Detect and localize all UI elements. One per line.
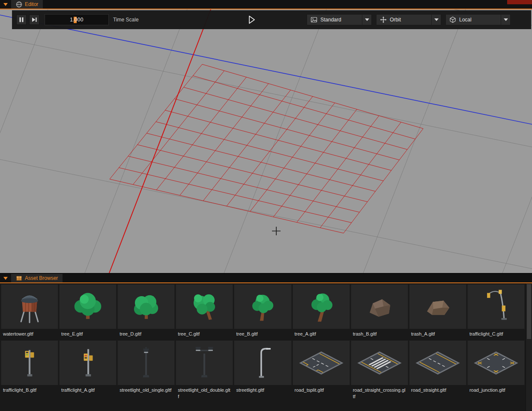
asset-label: road_straight_crossing.gltf bbox=[351, 385, 408, 402]
asset-label: road_junction.gltf bbox=[467, 385, 525, 396]
tree_e-thumbnail bbox=[59, 284, 117, 329]
cube-icon bbox=[449, 16, 456, 23]
pause-button[interactable] bbox=[16, 15, 27, 25]
asset-tile[interactable]: road_straight.gltf bbox=[409, 340, 466, 402]
asset-tile[interactable]: streetlight.gltf bbox=[234, 340, 291, 402]
trafficlight_b-thumbnail bbox=[1, 340, 58, 385]
trafficlight_c-thumbnail bbox=[467, 284, 525, 329]
asset-label: tree_A.gltf bbox=[293, 329, 350, 339]
asset-tile[interactable]: streetlight_old_single.gltf bbox=[117, 340, 175, 402]
render-mode-value: Standard bbox=[320, 17, 359, 23]
viewport-grid bbox=[0, 9, 532, 273]
asset-tile[interactable]: trafficlight_A.gltf bbox=[59, 340, 117, 402]
streetlight_old_double-thumbnail bbox=[176, 340, 233, 385]
chevron-down-icon bbox=[3, 277, 8, 280]
move-icon bbox=[380, 16, 387, 23]
chevron-down-icon bbox=[431, 15, 441, 25]
scrollbar-thumb[interactable] bbox=[527, 284, 531, 339]
asset-grid: watertower.gltftree_E.gltftree_D.gltftre… bbox=[0, 283, 532, 402]
pause-icon bbox=[18, 17, 24, 23]
viewport-dropdowns: Standard Orbit Local bbox=[307, 14, 511, 25]
road_junction-thumbnail bbox=[467, 340, 525, 385]
chevron-down-icon bbox=[501, 15, 510, 25]
red-status-strip bbox=[507, 0, 532, 4]
road_crossing-thumbnail bbox=[351, 340, 408, 385]
editor-window: Editor 1.000 Time Scale bbox=[0, 0, 532, 411]
asset-tile[interactable]: tree_B.gltf bbox=[234, 284, 291, 339]
tree_b-thumbnail bbox=[234, 284, 291, 329]
asset-label: tree_B.gltf bbox=[234, 329, 291, 339]
chevron-down-icon bbox=[3, 3, 8, 6]
panel-menu-button[interactable] bbox=[0, 274, 11, 282]
step-forward-icon bbox=[31, 17, 37, 23]
road_tsplit-thumbnail bbox=[293, 340, 350, 385]
viewport-toolbar: 1.000 Time Scale Standard O bbox=[12, 10, 531, 29]
scene-viewport[interactable]: 1.000 Time Scale Standard O bbox=[0, 9, 532, 273]
tree_d-thumbnail bbox=[117, 284, 175, 329]
asset-label: road_straight.gltf bbox=[409, 385, 466, 396]
asset-tile[interactable]: trafficlight_C.gltf bbox=[467, 284, 525, 339]
asset-tile[interactable]: trash_B.gltf bbox=[351, 284, 408, 339]
asset-label: trash_B.gltf bbox=[351, 329, 408, 339]
asset-label: road_tsplit.gltf bbox=[293, 385, 350, 396]
asset-label: trash_A.gltf bbox=[409, 329, 466, 339]
tab-asset-browser-label: Asset Browser bbox=[25, 275, 58, 281]
asset-tile[interactable]: tree_A.gltf bbox=[293, 284, 350, 339]
asset-label: tree_C.gltf bbox=[176, 329, 233, 339]
transform-space-value: Local bbox=[459, 17, 498, 23]
asset-tile[interactable]: trash_A.gltf bbox=[409, 284, 466, 339]
time-scale-label: Time Scale bbox=[113, 17, 139, 23]
chevron-down-icon bbox=[362, 15, 371, 25]
step-forward-button[interactable] bbox=[29, 15, 39, 25]
asset-tile[interactable]: tree_D.gltf bbox=[117, 284, 175, 339]
asset-tile[interactable]: road_straight_crossing.gltf bbox=[351, 340, 408, 402]
asset-tile[interactable]: road_junction.gltf bbox=[467, 340, 525, 402]
asset-label: tree_E.gltf bbox=[59, 329, 117, 339]
trash_b-thumbnail bbox=[351, 284, 408, 329]
asset-tile[interactable]: tree_C.gltf bbox=[176, 284, 233, 339]
asset-label: streetlight.gltf bbox=[234, 385, 291, 396]
play-icon bbox=[246, 15, 257, 25]
trafficlight_a-thumbnail bbox=[59, 340, 117, 385]
tab-editor-label: Editor bbox=[25, 1, 38, 7]
tree_c-thumbnail bbox=[176, 284, 233, 329]
tree_a-thumbnail bbox=[293, 284, 350, 329]
asset-label: tree_D.gltf bbox=[117, 329, 175, 339]
trash_a-thumbnail bbox=[409, 284, 466, 329]
play-button[interactable] bbox=[246, 15, 257, 25]
tab-asset-browser[interactable]: Asset Browser bbox=[11, 274, 63, 282]
asset-tile[interactable]: streetlight_old_double.gltf bbox=[176, 340, 233, 402]
asset-label: streetlight_old_single.gltf bbox=[117, 385, 175, 396]
top-panel-tab-bar: Editor bbox=[0, 0, 532, 9]
asset-browser-panel: watertower.gltftree_E.gltftree_D.gltftre… bbox=[0, 283, 532, 411]
asset-tile[interactable]: trafficlight_B.gltf bbox=[1, 340, 58, 402]
camera-mode-value: Orbit bbox=[390, 17, 428, 23]
asset-tile[interactable]: road_tsplit.gltf bbox=[293, 340, 350, 402]
streetlight-thumbnail bbox=[234, 340, 291, 385]
asset-tile[interactable]: tree_E.gltf bbox=[59, 284, 117, 339]
streetlight_old_single-thumbnail bbox=[117, 340, 175, 385]
panel-menu-button[interactable] bbox=[0, 0, 11, 9]
asset-label: trafficlight_C.gltf bbox=[467, 329, 525, 339]
asset-browser-tab-bar: Asset Browser bbox=[0, 273, 532, 283]
camera-mode-dropdown[interactable]: Orbit bbox=[376, 14, 441, 25]
time-scale-value: 1.000 bbox=[70, 17, 84, 23]
tab-editor[interactable]: Editor bbox=[11, 0, 43, 9]
asset-label: streetlight_old_double.gltf bbox=[176, 385, 233, 402]
time-scale-input[interactable]: 1.000 bbox=[45, 14, 109, 25]
transform-space-dropdown[interactable]: Local bbox=[445, 14, 511, 25]
asset-label: trafficlight_B.gltf bbox=[1, 385, 58, 396]
watertower-thumbnail bbox=[1, 284, 58, 329]
asset-label: trafficlight_A.gltf bbox=[59, 385, 117, 396]
package-icon bbox=[16, 275, 22, 282]
globe-icon bbox=[16, 1, 22, 8]
asset-label: watertower.gltf bbox=[1, 329, 58, 339]
image-icon bbox=[311, 16, 317, 23]
asset-tile[interactable]: watertower.gltf bbox=[1, 284, 58, 339]
road_straight-thumbnail bbox=[409, 340, 466, 385]
asset-scrollbar[interactable] bbox=[526, 283, 532, 411]
render-mode-dropdown[interactable]: Standard bbox=[307, 14, 372, 25]
